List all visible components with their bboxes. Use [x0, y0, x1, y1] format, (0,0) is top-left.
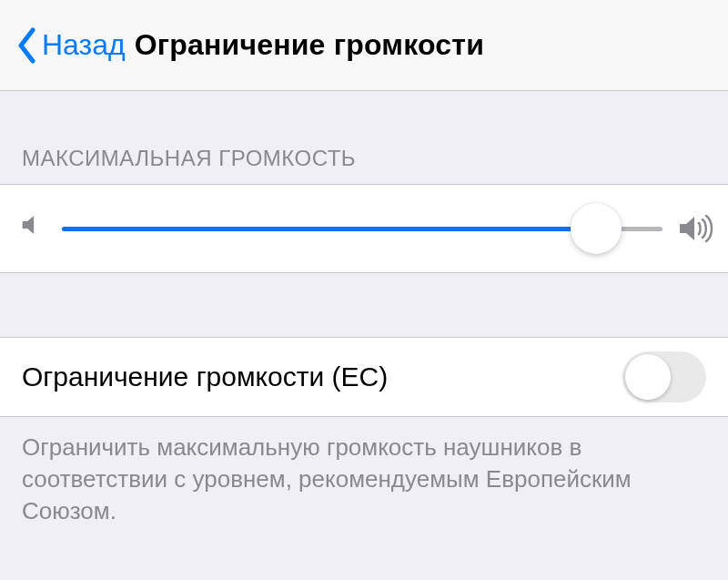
slider-fill [62, 227, 596, 231]
eu-volume-limit-footer: Ограничить максимальную громкость наушни… [0, 417, 728, 542]
back-button[interactable]: Назад [16, 27, 126, 64]
eu-volume-limit-label: Ограничение громкости (ЕС) [22, 361, 388, 392]
switch-knob [625, 354, 671, 400]
eu-volume-limit-switch[interactable] [622, 351, 706, 402]
section-header-max-volume: МАКСИМАЛЬНАЯ ГРОМКОСТЬ [0, 91, 728, 184]
chevron-left-icon [16, 27, 36, 64]
eu-volume-limit-row: Ограничение громкости (ЕС) [0, 337, 728, 417]
volume-slider-row [0, 184, 728, 273]
page-title: Ограничение громкости [135, 28, 484, 62]
speaker-min-icon [18, 212, 51, 245]
navigation-bar: Назад Ограничение громкости [0, 0, 728, 91]
speaker-max-icon [677, 212, 710, 245]
section-gap [0, 273, 728, 337]
back-label: Назад [42, 28, 126, 62]
slider-thumb[interactable] [571, 203, 622, 254]
volume-slider[interactable] [62, 201, 662, 256]
